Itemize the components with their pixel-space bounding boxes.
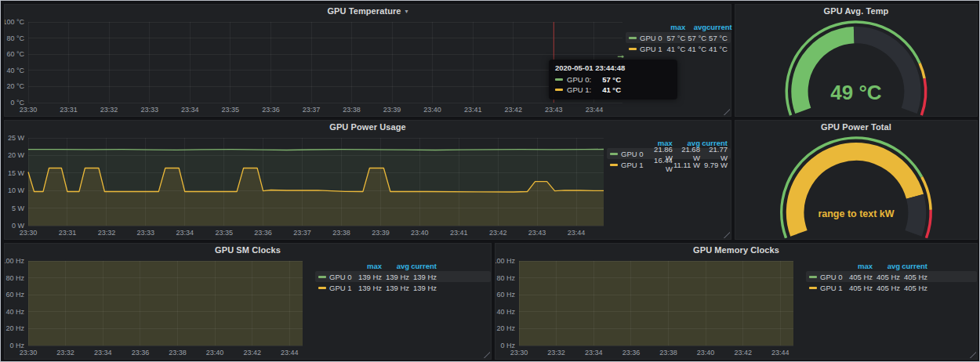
chart-canvas: 25 W20 W15 W10 W5 W0 W23:3023:3123:3223:… (5, 133, 607, 239)
panel-gpu-temperature: GPU Temperature ▾ 100 °C80 °C60 °C40 °C2… (4, 4, 731, 117)
svg-text:23:30: 23:30 (510, 349, 528, 357)
svg-text:23:36: 23:36 (132, 349, 150, 357)
svg-text:23:40: 23:40 (411, 229, 429, 237)
svg-text:23:38: 23:38 (343, 106, 361, 114)
legend-value: 139 Hz (382, 284, 409, 292)
svg-text:23:31: 23:31 (59, 229, 77, 237)
panel-header-gpu-power-total[interactable]: GPU Power Total (735, 121, 977, 133)
series-color-icon (610, 153, 618, 155)
legend-value: 405 Hz (845, 273, 873, 281)
svg-text:23:30: 23:30 (20, 106, 38, 114)
svg-text:23:40: 23:40 (423, 106, 441, 114)
tooltip-series-value: 57 °C (602, 75, 621, 84)
legend-series-toggle[interactable]: GPU 1 (610, 161, 645, 169)
svg-text:23:30: 23:30 (20, 349, 38, 357)
svg-text:23:42: 23:42 (243, 349, 261, 357)
legend-header-row: maxavgcurrent (626, 21, 731, 32)
series-color-icon (555, 89, 563, 91)
chart-canvas: 100 Hz80 Hz60 Hz40 Hz20 Hz0 Hz23:3023:32… (5, 256, 306, 359)
panel-gpu-avg-temp: GPU Avg. Temp 49 °C (735, 4, 978, 117)
chart-gpu-power-usage[interactable]: 25 W20 W15 W10 W5 W0 W23:3023:3123:3223:… (5, 133, 607, 239)
grafana-dashboard: GPU Temperature ▾ 100 °C80 °C60 °C40 °C2… (0, 0, 980, 362)
svg-text:23:39: 23:39 (383, 106, 401, 114)
legend-header: avg (873, 262, 900, 270)
legend-value: 57 °C (665, 34, 686, 42)
legend-value: 41 °C (665, 45, 686, 53)
legend-gpu-sm-clocks: maxavgcurrentGPU 0139 Hz139 Hz139 HzGPU … (306, 256, 491, 359)
panel-resize-handle[interactable] (970, 352, 976, 358)
chart-gpu-memory-clocks[interactable]: 100 Hz80 Hz60 Hz40 Hz20 Hz0 Hz23:3023:32… (495, 256, 797, 359)
panel-gpu-memory-clocks: GPU Memory Clocks 100 Hz80 Hz60 Hz40 Hz2… (495, 243, 978, 360)
legend-header-row: maxavgcurrent (806, 260, 977, 271)
svg-text:23:34: 23:34 (181, 106, 199, 114)
legend-value: 41 °C (706, 45, 728, 53)
svg-text:25 W: 25 W (8, 134, 25, 142)
legend-series-toggle[interactable]: GPU 1 (809, 284, 845, 292)
svg-text:80 Hz: 80 Hz (496, 274, 515, 282)
legend-header: max (665, 23, 686, 31)
svg-text:23:44: 23:44 (281, 349, 299, 357)
panel-resize-handle[interactable] (484, 352, 490, 358)
legend-series-toggle[interactable]: GPU 0 (318, 273, 354, 281)
legend-header-row: maxavgcurrent (315, 260, 491, 271)
svg-text:23:41: 23:41 (464, 106, 482, 114)
gauge-gpu-power-total: range to text kW (735, 133, 977, 239)
legend-value: 16.44 W (645, 156, 673, 173)
legend-value: 139 Hz (409, 284, 437, 292)
svg-text:23:41: 23:41 (450, 229, 468, 237)
svg-text:23:36: 23:36 (262, 106, 280, 114)
legend-header: avg (685, 23, 706, 31)
panel-resize-handle[interactable] (724, 232, 730, 238)
svg-text:23:37: 23:37 (303, 106, 321, 114)
svg-text:20 Hz: 20 Hz (5, 324, 24, 332)
panel-header-gpu-avg-temp[interactable]: GPU Avg. Temp (735, 5, 977, 17)
svg-text:23:44: 23:44 (771, 349, 789, 357)
tooltip-row: GPU 1:41 °C (555, 85, 671, 95)
svg-text:60 °C: 60 °C (6, 50, 24, 58)
svg-text:23:38: 23:38 (169, 349, 187, 357)
svg-text:100 °C: 100 °C (5, 18, 24, 26)
svg-text:23:40: 23:40 (697, 349, 715, 357)
panel-resize-handle[interactable] (724, 109, 730, 115)
legend-header: current (409, 262, 437, 270)
legend-value: 41 °C (685, 45, 706, 53)
legend-row: GPU 0139 Hz139 Hz139 Hz (315, 271, 491, 282)
panel-header-gpu-temperature[interactable]: GPU Temperature ▾ (5, 5, 731, 17)
chart-tooltip: 2020-05-01 23:44:48 GPU 0:57 °CGPU 1:41 … (549, 60, 677, 100)
svg-text:23:32: 23:32 (56, 349, 74, 357)
legend-series-toggle[interactable]: GPU 0 (809, 273, 845, 281)
legend-value: 9.79 W (700, 161, 728, 169)
legend-series-toggle[interactable]: GPU 0 (610, 150, 645, 158)
svg-text:23:38: 23:38 (332, 229, 350, 237)
svg-text:20 °C: 20 °C (6, 82, 24, 90)
svg-text:23:42: 23:42 (734, 349, 752, 357)
tooltip-timestamp: 2020-05-01 23:44:48 (555, 63, 671, 72)
svg-text:23:43: 23:43 (528, 229, 546, 237)
legend-series-toggle[interactable]: GPU 0 (629, 34, 665, 42)
svg-text:23:35: 23:35 (222, 106, 240, 114)
svg-text:23:31: 23:31 (60, 106, 78, 114)
legend-series-toggle[interactable]: GPU 1 (629, 45, 665, 53)
legend-value: 57 °C (685, 34, 706, 42)
legend-series-toggle[interactable]: GPU 1 (318, 284, 354, 292)
legend-row: GPU 057 °C57 °C57 °C (626, 32, 731, 43)
panel-title: GPU SM Clocks (215, 245, 281, 255)
legend-gpu-memory-clocks: maxavgcurrentGPU 0405 Hz405 Hz405 HzGPU … (797, 256, 977, 359)
legend-value: 405 Hz (873, 273, 900, 281)
svg-text:23:42: 23:42 (489, 229, 507, 237)
series-color-icon (318, 287, 326, 289)
panel-header-gpu-power-usage[interactable]: GPU Power Usage (5, 121, 731, 133)
svg-text:80 °C: 80 °C (6, 34, 24, 42)
panel-title: GPU Power Total (821, 122, 891, 132)
svg-text:60 Hz: 60 Hz (496, 291, 515, 299)
series-color-icon (809, 287, 817, 289)
svg-text:23:44: 23:44 (586, 106, 604, 114)
chart-gpu-sm-clocks[interactable]: 100 Hz80 Hz60 Hz40 Hz20 Hz0 Hz23:3023:32… (5, 256, 306, 359)
series-color-icon (809, 276, 817, 278)
svg-text:23:34: 23:34 (176, 229, 194, 237)
panel-header-gpu-memory-clocks[interactable]: GPU Memory Clocks (495, 244, 977, 256)
svg-text:23:34: 23:34 (94, 349, 112, 357)
chart-gpu-temperature[interactable]: 100 °C80 °C60 °C40 °C20 °C0 °C23:3023:31… (5, 17, 626, 116)
panel-header-gpu-sm-clocks[interactable]: GPU SM Clocks (5, 244, 491, 256)
svg-text:5 W: 5 W (12, 205, 25, 212)
